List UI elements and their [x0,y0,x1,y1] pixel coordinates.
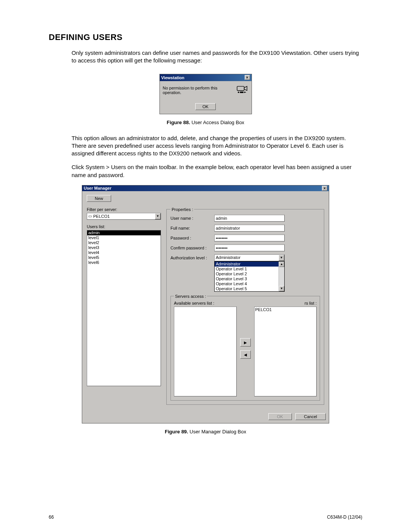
users-list-label: Users list: [87,224,161,229]
assigned-servers-label-suffix: rs list : [254,301,317,305]
svg-marker-1 [244,86,247,90]
properties-legend: Properties : [170,207,194,212]
user-manager-title: User Manager [84,186,112,190]
cancel-button[interactable]: Cancel [295,413,326,420]
auth-level-label: Authorization level : [170,256,214,260]
servers-access-fieldset: Servers access : Available servers list … [170,294,320,401]
auth-level-value: Administrator [216,255,241,260]
ok-button[interactable]: OK [195,103,216,110]
password-label: Password : [170,236,214,240]
close-icon[interactable]: × [322,186,327,191]
filter-per-server-label: Filter per server: [87,207,161,212]
svg-point-2 [237,91,239,93]
list-item[interactable]: PELCO1 [255,307,316,312]
list-item[interactable]: level4 [87,250,161,255]
properties-fieldset: Properties : User name : Full name: Pass… [166,207,324,405]
password-input[interactable] [214,235,285,241]
svg-marker-4 [244,91,246,93]
viewstation-title: Viewstation [161,75,185,80]
dropdown-item[interactable]: Operator Level 4 [215,281,284,286]
dropdown-item[interactable]: Operator Level 1 [215,267,284,272]
permission-message: No permission to perform this operation. [163,85,228,95]
svg-rect-3 [240,91,243,93]
list-item[interactable]: level2 [87,240,161,245]
intro-paragraph: Only system administrators can define us… [72,49,362,65]
list-item[interactable]: level3 [87,245,161,250]
confirm-password-label: Confirm password : [170,246,214,250]
list-item[interactable]: admin [87,230,161,235]
paragraph-2: This option allows an administrator to a… [72,134,362,158]
page-number: 66 [49,514,54,520]
fullname-input[interactable] [214,225,285,232]
page-footer: 66 C634M-D (12/04) [49,514,362,520]
dropdown-item[interactable]: Operator Level 3 [215,276,284,281]
available-servers-label: Available servers list : [174,301,237,305]
list-item[interactable]: level1 [87,235,161,240]
ok-button[interactable]: OK [268,413,292,420]
paragraph-3: Click System > Users on the main toolbar… [72,163,362,179]
auth-level-combo[interactable]: Administrator ▼ [214,254,285,261]
chevron-down-icon[interactable]: ▼ [279,255,284,261]
new-button[interactable]: New [87,195,111,202]
users-listbox[interactable]: adminlevel1level2level3level4level5level… [87,230,161,386]
fullname-label: Full name: [170,226,214,230]
move-right-button[interactable]: ▶ [240,338,251,347]
figure-89-caption: Figure 89. User Manager Dialog Box [49,429,362,435]
user-manager-dialog: User Manager × New Filter per server: ▭ … [82,185,329,423]
servers-access-legend: Servers access : [174,294,207,299]
username-input[interactable] [214,215,285,222]
auth-level-dropdown[interactable]: AdministratorOperator Level 1Operator Le… [214,261,285,292]
assigned-servers-list[interactable]: PELCO1 [254,307,317,396]
server-icon: ▭ [88,214,92,218]
doc-id: C634M-D (12/04) [327,514,362,520]
filter-server-value: PELCO1 [93,214,110,219]
section-heading: DEFINING USERS [49,32,362,42]
confirm-password-input[interactable] [214,244,285,251]
dropdown-item[interactable]: Operator Level 5 [215,286,284,291]
username-label: User name : [170,216,214,220]
dropdown-item[interactable]: Operator Level 2 [215,272,284,276]
dropdown-item[interactable]: Administrator [215,262,284,267]
figure-88-caption: Figure 88. User Access Dialog Box [49,120,362,125]
user-manager-titlebar: User Manager × [82,185,329,191]
list-item[interactable]: level6 [87,260,161,265]
move-left-button[interactable]: ◀ [240,350,251,359]
scroll-down-icon[interactable]: ▼ [279,286,284,291]
scroll-up-icon[interactable]: ▲ [279,262,284,267]
chevron-down-icon[interactable]: ▼ [155,213,161,219]
viewstation-dialog: Viewstation × No permission to perform t… [159,74,252,114]
viewstation-titlebar: Viewstation × [160,74,252,81]
svg-rect-0 [237,86,244,90]
filter-server-combo[interactable]: ▭ PELCO1 ▼ [87,213,161,220]
available-servers-list[interactable] [174,307,237,396]
close-icon[interactable]: × [245,75,250,80]
list-item[interactable]: level5 [87,255,161,260]
camera-icon [236,84,248,94]
